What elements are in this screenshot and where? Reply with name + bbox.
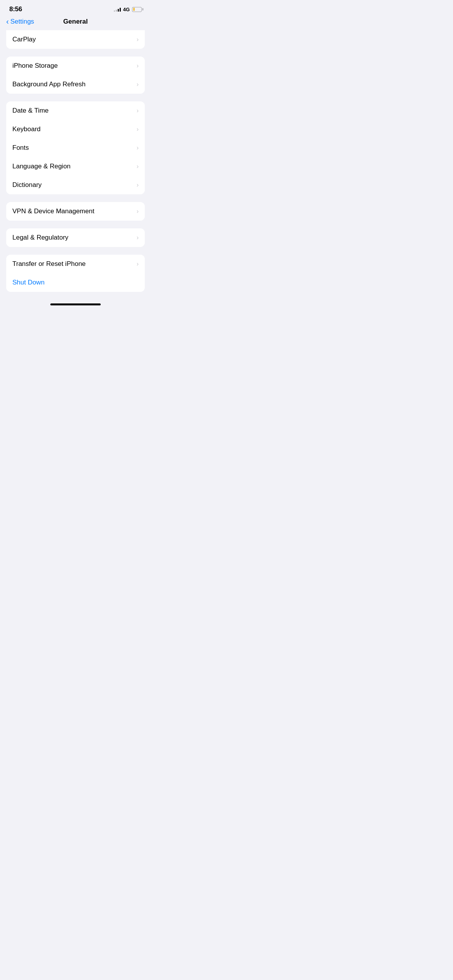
list-item-date-time[interactable]: Date & Time › xyxy=(6,101,145,120)
list-item-dictionary[interactable]: Dictionary › xyxy=(6,176,145,194)
battery-icon xyxy=(132,7,142,12)
nav-bar: ‹ Settings General xyxy=(0,16,151,30)
network-label: 4G xyxy=(123,7,130,12)
list-item-iphone-storage[interactable]: iPhone Storage › xyxy=(6,57,145,75)
chevron-icon: › xyxy=(137,144,139,151)
chevron-icon: › xyxy=(137,182,139,188)
list-item-fonts[interactable]: Fonts › xyxy=(6,139,145,157)
list-item-keyboard[interactable]: Keyboard › xyxy=(6,120,145,139)
chevron-icon: › xyxy=(137,260,139,267)
chevron-icon: › xyxy=(137,208,139,215)
status-bar: 8:56 4G xyxy=(0,0,151,16)
vpn-group: VPN & Device Management › xyxy=(6,202,145,221)
status-time: 8:56 xyxy=(9,5,22,13)
signal-bars-icon xyxy=(114,7,121,12)
page-title: General xyxy=(63,18,88,26)
carplay-group: CarPlay › xyxy=(6,30,145,49)
back-chevron-icon: ‹ xyxy=(6,17,9,26)
list-item-vpn-device-management[interactable]: VPN & Device Management › xyxy=(6,202,145,221)
chevron-icon: › xyxy=(137,234,139,241)
list-item-carplay[interactable]: CarPlay › xyxy=(6,30,145,49)
chevron-icon: › xyxy=(137,62,139,69)
home-bar xyxy=(50,303,101,305)
legal-regulatory-label: Legal & Regulatory xyxy=(12,234,69,242)
date-time-label: Date & Time xyxy=(12,107,49,115)
legal-group: Legal & Regulatory › xyxy=(6,228,145,247)
language-region-label: Language & Region xyxy=(12,163,70,170)
iphone-storage-label: iPhone Storage xyxy=(12,62,58,70)
transfer-group: Transfer or Reset iPhone › Shut Down xyxy=(6,255,145,292)
chevron-icon: › xyxy=(137,36,139,43)
home-indicator xyxy=(0,300,151,308)
vpn-device-management-label: VPN & Device Management xyxy=(12,207,94,215)
shut-down-label: Shut Down xyxy=(12,279,45,286)
list-item-legal-regulatory[interactable]: Legal & Regulatory › xyxy=(6,228,145,247)
datetime-group: Date & Time › Keyboard › Fonts › Languag… xyxy=(6,101,145,194)
carplay-label: CarPlay xyxy=(12,36,36,43)
chevron-icon: › xyxy=(137,107,139,114)
dictionary-label: Dictionary xyxy=(12,181,42,189)
chevron-icon: › xyxy=(137,163,139,170)
fonts-label: Fonts xyxy=(12,144,29,152)
back-button[interactable]: ‹ Settings xyxy=(6,17,34,26)
keyboard-label: Keyboard xyxy=(12,125,41,133)
storage-group: iPhone Storage › Background App Refresh … xyxy=(6,57,145,94)
back-label: Settings xyxy=(10,18,34,26)
chevron-icon: › xyxy=(137,126,139,133)
list-item-shut-down[interactable]: Shut Down xyxy=(6,273,145,292)
transfer-reset-label: Transfer or Reset iPhone xyxy=(12,260,86,268)
list-item-background-app-refresh[interactable]: Background App Refresh › xyxy=(6,75,145,94)
status-icons: 4G xyxy=(114,7,142,12)
list-item-transfer-reset[interactable]: Transfer or Reset iPhone › xyxy=(6,255,145,273)
list-item-language-region[interactable]: Language & Region › xyxy=(6,157,145,176)
settings-content: CarPlay › iPhone Storage › Background Ap… xyxy=(0,30,151,292)
chevron-icon: › xyxy=(137,81,139,88)
background-app-refresh-label: Background App Refresh xyxy=(12,81,86,88)
